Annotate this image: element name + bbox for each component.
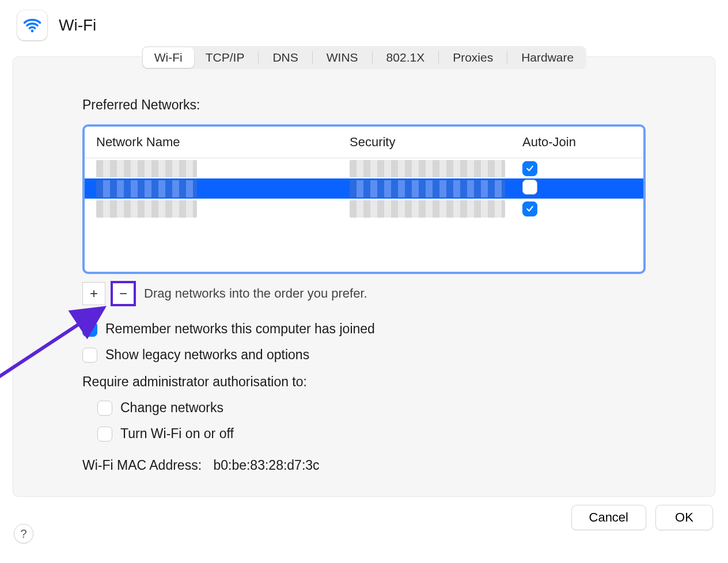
change-networks-checkbox[interactable] <box>97 401 112 416</box>
minus-icon: − <box>119 286 127 302</box>
preferred-networks-table[interactable]: Network Name Security Auto-Join <box>82 124 646 274</box>
show-legacy-label: Show legacy networks and options <box>105 347 309 363</box>
tab-separator <box>372 51 373 64</box>
tab-separator <box>258 51 259 64</box>
tabs: Wi-Fi TCP/IP DNS WINS 802.1X Proxies Har… <box>142 46 586 69</box>
table-row[interactable] <box>85 199 643 219</box>
table-header: Network Name Security Auto-Join <box>85 127 643 158</box>
mac-address-row: Wi-Fi MAC Address: b0:be:83:28:d7:3c <box>82 458 646 473</box>
toggle-wifi-checkbox[interactable] <box>97 427 112 442</box>
content-well: Preferred Networks: Network Name Securit… <box>13 56 715 497</box>
change-networks-label: Change networks <box>120 400 223 416</box>
column-auto-join[interactable]: Auto-Join <box>522 135 643 150</box>
autojoin-checkbox[interactable] <box>522 201 537 216</box>
require-admin-label: Require administrator authorisation to: <box>82 374 646 390</box>
svg-point-0 <box>31 29 34 32</box>
tab-hardware[interactable]: Hardware <box>510 47 585 68</box>
remove-network-button[interactable]: − <box>112 282 135 305</box>
mac-address-label: Wi-Fi MAC Address: <box>82 458 202 473</box>
plus-icon: + <box>90 286 98 302</box>
ok-button[interactable]: OK <box>655 505 713 530</box>
tab-separator <box>312 51 313 64</box>
column-network-name[interactable]: Network Name <box>96 135 350 150</box>
tab-separator <box>438 51 439 64</box>
preferred-networks-label: Preferred Networks: <box>82 97 646 113</box>
mac-address-value: b0:be:83:28:d7:3c <box>213 458 319 473</box>
table-body <box>85 158 643 272</box>
page-title: Wi-Fi <box>59 16 96 35</box>
network-name-redacted <box>96 200 197 218</box>
column-security[interactable]: Security <box>350 135 522 150</box>
remember-networks-label: Remember networks this computer has join… <box>105 321 375 337</box>
tab-dns[interactable]: DNS <box>261 47 309 68</box>
network-name-redacted <box>96 180 197 197</box>
tab-tcpip[interactable]: TCP/IP <box>194 47 256 68</box>
tab-bar: Wi-Fi TCP/IP DNS WINS 802.1X Proxies Har… <box>0 46 728 69</box>
change-networks-option: Change networks <box>97 400 646 416</box>
table-row[interactable] <box>85 178 643 199</box>
network-security-redacted <box>350 180 505 197</box>
footer: Cancel OK <box>0 497 728 530</box>
cancel-button[interactable]: Cancel <box>571 505 646 530</box>
tab-wifi[interactable]: Wi-Fi <box>143 47 194 68</box>
tab-separator <box>507 51 507 64</box>
help-button[interactable]: ? <box>14 524 33 543</box>
add-network-button[interactable]: + <box>82 282 105 305</box>
network-security-redacted <box>350 200 505 218</box>
toggle-wifi-label: Turn Wi-Fi on or off <box>120 426 234 442</box>
network-security-redacted <box>350 160 505 177</box>
autojoin-checkbox[interactable] <box>522 161 537 176</box>
drag-hint: Drag networks into the order you prefer. <box>144 286 367 301</box>
autojoin-checkbox[interactable] <box>522 180 537 195</box>
toggle-wifi-option: Turn Wi-Fi on or off <box>97 426 646 442</box>
tab-proxies[interactable]: Proxies <box>441 47 505 68</box>
network-name-redacted <box>96 160 197 177</box>
tab-8021x[interactable]: 802.1X <box>375 47 437 68</box>
header: Wi-Fi <box>0 0 728 44</box>
remember-networks-option: Remember networks this computer has join… <box>82 321 646 337</box>
wifi-icon <box>17 10 47 40</box>
table-row[interactable] <box>85 158 643 178</box>
tab-wins[interactable]: WINS <box>315 47 370 68</box>
show-legacy-checkbox[interactable] <box>82 348 97 363</box>
show-legacy-option: Show legacy networks and options <box>82 347 646 363</box>
remember-networks-checkbox[interactable] <box>82 322 97 337</box>
list-controls: + − Drag networks into the order you pre… <box>82 282 646 305</box>
